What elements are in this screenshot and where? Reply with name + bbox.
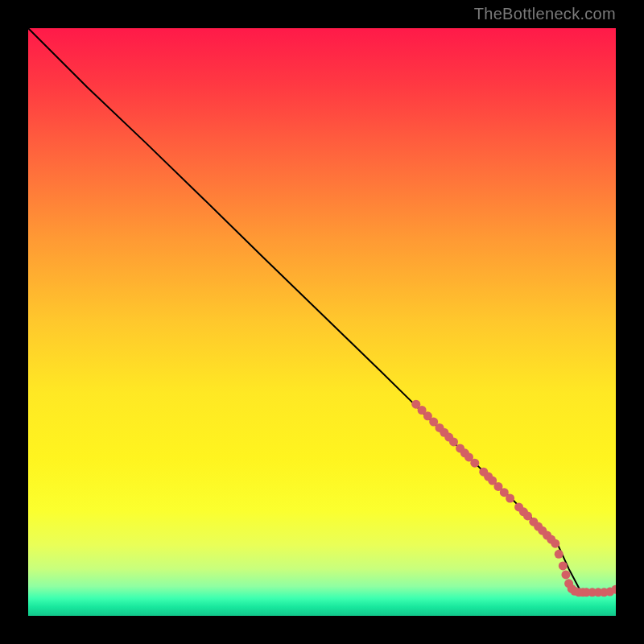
- data-marker: [561, 570, 570, 579]
- data-marker: [506, 494, 514, 503]
- data-marker: [551, 539, 559, 548]
- attribution-label: TheBottleneck.com: [474, 5, 616, 23]
- chart-frame: TheBottleneck.com: [0, 0, 644, 644]
- data-marker: [449, 437, 458, 446]
- series-curve: [28, 28, 616, 592]
- chart-overlay: [28, 28, 616, 616]
- plot-area: [28, 28, 616, 616]
- data-marker: [470, 459, 479, 468]
- marker-group: [411, 400, 616, 597]
- data-marker: [555, 550, 564, 559]
- data-marker: [559, 561, 568, 570]
